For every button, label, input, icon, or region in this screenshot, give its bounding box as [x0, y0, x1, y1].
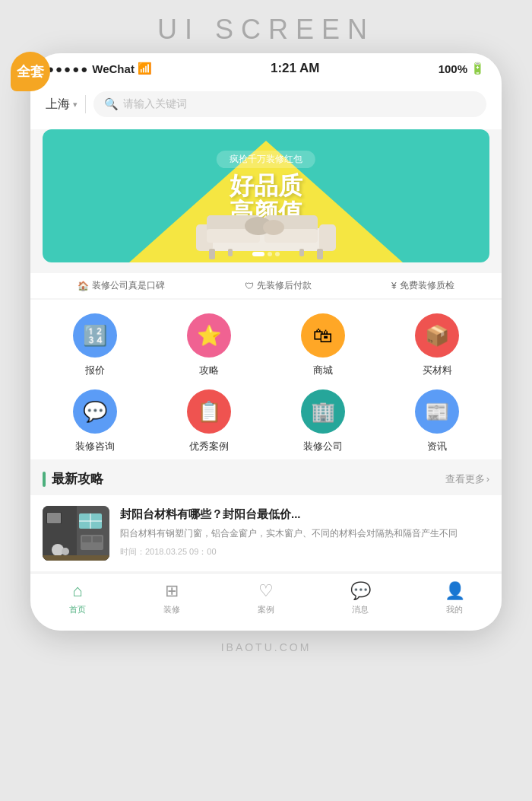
status-right: 100% 🔋 [439, 62, 485, 75]
city-selector[interactable]: 上海 ▾ [46, 97, 78, 113]
menu-icon-label-4: 装修咨询 [75, 440, 115, 453]
chevron-down-icon: ▾ [73, 100, 78, 110]
more-text: 查看更多 [445, 472, 485, 486]
menu-icon-glyph-5: 📋 [197, 400, 221, 424]
icon-circle-6: 🏢 [301, 389, 345, 434]
section-title-label: 最新攻略 [52, 470, 103, 488]
article-time: 时间：2018.03.25 09：00 [120, 546, 489, 558]
svg-rect-2 [319, 224, 336, 251]
nav-item-我的[interactable]: 👤 我的 [432, 581, 477, 615]
carrier-label: WeChat [92, 62, 135, 75]
menu-icon-资讯[interactable]: 📰 资讯 [380, 389, 494, 453]
wifi-icon: 📶 [138, 62, 152, 75]
info-text-1: 装修公司真是口碑 [92, 279, 165, 292]
section-title-block: 最新攻略 [43, 470, 103, 488]
menu-icon-label-6: 装修公司 [303, 440, 343, 453]
nav-item-首页[interactable]: ⌂ 首页 [55, 581, 100, 615]
menu-icon-买材料[interactable]: 📦 买材料 [380, 313, 494, 377]
vertical-divider [85, 95, 86, 113]
time-display: 1:21 AM [271, 61, 320, 76]
menu-grid: 🔢 报价 ⭐ 攻略 🛍 商城 📦 买材料 💬 装修咨询 📋 [30, 300, 502, 459]
info-text-2: 先装修后付款 [257, 279, 312, 292]
battery-label: 100% [439, 62, 467, 75]
menu-icon-label-7: 资讯 [427, 440, 447, 453]
battery-icon: 🔋 [470, 62, 485, 75]
nav-icon-案例: ♡ [258, 581, 274, 601]
menu-icon-label-2: 商城 [313, 364, 333, 377]
banner-top-text: 疯抢千万装修红包 [217, 151, 315, 168]
thumb-image [43, 506, 109, 561]
article-card[interactable]: 封阳台材料有哪些？封阳台最低价... 阳台材料有钢塑门窗，铝合金窗户，实木窗户、… [30, 495, 502, 571]
city-label: 上海 [46, 97, 70, 113]
badge-quanjiao: 全套 [11, 52, 50, 91]
dot-3 [275, 252, 280, 256]
search-input-box[interactable]: 🔍 请输入关键词 [93, 91, 486, 117]
icon-circle-5: 📋 [187, 389, 231, 434]
info-strip: 🏠 装修公司真是口碑 🛡 先装修后付款 ¥ 免费装修质检 [30, 273, 502, 298]
signal-dots: ●●●●● [47, 62, 89, 75]
chevron-right-icon: › [486, 473, 489, 485]
search-icon: 🔍 [104, 97, 119, 111]
menu-icon-glyph-6: 🏢 [311, 400, 335, 424]
ui-screen-label: UI SCREEN [157, 14, 375, 46]
nav-item-消息[interactable]: 💬 消息 [337, 581, 383, 615]
menu-icon-装修咨询[interactable]: 💬 装修咨询 [38, 389, 152, 453]
menu-icon-攻略[interactable]: ⭐ 攻略 [152, 313, 266, 377]
svg-rect-11 [228, 249, 233, 256]
menu-icon-装修公司[interactable]: 🏢 装修公司 [266, 389, 380, 453]
banner-inner: 疯抢千万装修红包 好品质 高颜值 跟剧星主的家装TOP榜 [43, 129, 489, 262]
nav-icon-装修: ⊞ [165, 581, 179, 601]
menu-icon-label-5: 优秀案例 [189, 440, 229, 453]
svg-rect-25 [43, 555, 109, 561]
menu-icon-label-3: 买材料 [423, 364, 452, 377]
svg-rect-9 [209, 249, 215, 259]
menu-icon-glyph-2: 🛍 [313, 324, 333, 348]
info-item-1: 🏠 装修公司真是口碑 [78, 279, 165, 292]
nav-label-消息: 消息 [352, 604, 369, 615]
banner-dots [252, 252, 280, 256]
status-left: ●●●●● WeChat 📶 [47, 62, 152, 75]
nav-label-我的: 我的 [446, 604, 463, 615]
section-more-link[interactable]: 查看更多 › [445, 472, 489, 486]
svg-rect-22 [93, 536, 102, 542]
icon-circle-3: 📦 [415, 313, 459, 358]
search-area: 上海 ▾ 🔍 请输入关键词 [30, 82, 502, 129]
bottom-nav: ⌂ 首页 ⊞ 装修 ♡ 案例 💬 消息 👤 我的 [30, 573, 502, 631]
article-text-block: 封阳台材料有哪些？封阳台最低价... 阳台材料有钢塑门窗，铝合金窗户，实木窗户、… [120, 506, 489, 558]
shield-icon: 🛡 [245, 281, 254, 291]
nav-icon-消息: 💬 [350, 581, 371, 601]
svg-point-8 [263, 220, 284, 235]
menu-icon-商城[interactable]: 🛍 商城 [266, 313, 380, 377]
article-title: 封阳台材料有哪些？封阳台最低价... [120, 506, 489, 522]
menu-icon-优秀案例[interactable]: 📋 优秀案例 [152, 389, 266, 453]
svg-rect-10 [317, 249, 323, 259]
nav-label-首页: 首页 [69, 604, 86, 615]
nav-label-案例: 案例 [258, 604, 274, 615]
menu-icon-label-0: 报价 [85, 364, 105, 377]
dot-1 [252, 252, 264, 256]
yuan-icon: ¥ [391, 281, 397, 291]
icon-circle-4: 💬 [73, 389, 117, 434]
menu-icon-报价[interactable]: 🔢 报价 [38, 313, 152, 377]
status-bar: ●●●●● WeChat 📶 1:21 AM 100% 🔋 [30, 53, 502, 82]
nav-icon-我的: 👤 [445, 581, 465, 601]
svg-point-24 [62, 548, 69, 555]
svg-rect-21 [82, 536, 91, 542]
title-accent-bar [43, 472, 46, 487]
svg-rect-16 [47, 513, 61, 523]
phone-frame: ●●●●● WeChat 📶 1:21 AM 100% 🔋 上海 ▾ 🔍 请输入… [30, 53, 502, 631]
house-icon: 🏠 [78, 281, 89, 291]
icon-circle-2: 🛍 [301, 313, 345, 358]
nav-item-装修[interactable]: ⊞ 装修 [149, 581, 195, 615]
icon-circle-7: 📰 [415, 389, 459, 434]
info-item-3: ¥ 免费装修质检 [391, 279, 454, 292]
promo-banner[interactable]: 疯抢千万装修红包 好品质 高颜值 跟剧星主的家装TOP榜 [43, 129, 489, 262]
article-thumbnail [43, 506, 109, 561]
menu-icon-glyph-1: ⭐ [197, 324, 221, 348]
icon-circle-1: ⭐ [187, 313, 231, 358]
menu-icon-label-1: 攻略 [199, 364, 219, 377]
section-header: 最新攻略 查看更多 › [30, 459, 502, 495]
menu-icon-glyph-7: 📰 [425, 400, 449, 424]
info-item-2: 🛡 先装修后付款 [245, 279, 312, 292]
nav-item-案例[interactable]: ♡ 案例 [243, 581, 289, 615]
